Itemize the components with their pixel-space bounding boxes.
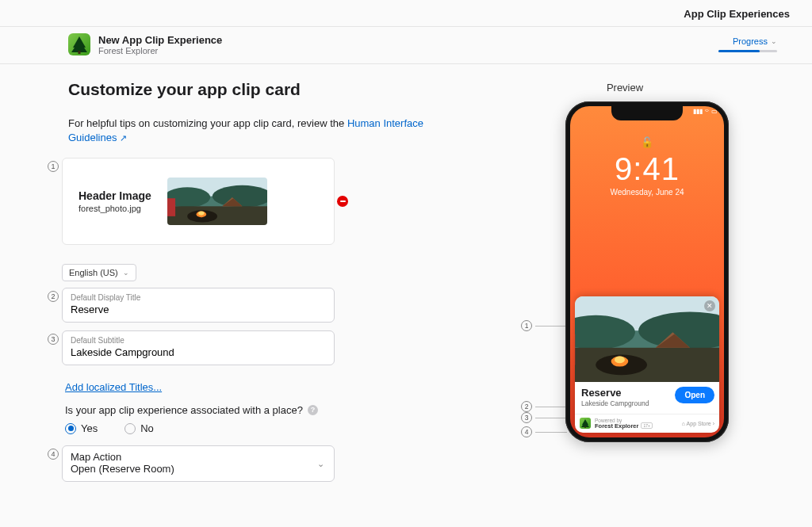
place-question: Is your app clip experience associated w… (65, 404, 436, 416)
status-icons: ▮▮▮ ⌔ ▭ (693, 108, 718, 115)
clip-card-image: ✕ (575, 296, 719, 382)
powered-by: Powered by Forest Explorer17+ (595, 418, 653, 430)
add-localized-titles-link[interactable]: Add localized Titles... (65, 381, 162, 393)
help-icon[interactable]: ? (308, 405, 318, 415)
phone-notch (611, 106, 683, 120)
step-marker-3: 3 (48, 334, 59, 345)
section-breadcrumb: App Clip Experiences (0, 0, 812, 27)
app-store-link: ⌂ App Store › (682, 421, 714, 426)
preview-label: Preview (607, 82, 643, 94)
progress-toggle[interactable]: Progress ⌄ (733, 36, 777, 46)
chevron-down-icon: ⌄ (771, 37, 777, 45)
wifi-icon: ⌔ (705, 108, 709, 115)
open-button: Open (675, 387, 714, 403)
external-link-icon: ↗ (120, 133, 127, 143)
lock-time: 9:41 (570, 153, 724, 185)
progress-bar (718, 50, 777, 52)
lock-date: Wednesday, June 24 (570, 188, 724, 197)
display-title-field[interactable]: Default Display Title Reserve (62, 288, 335, 323)
step-marker-4: 4 (48, 449, 59, 460)
remove-image-button[interactable] (337, 196, 348, 207)
step-marker-1: 1 (48, 161, 59, 172)
intro-text: For helpful tips on customizing your app… (68, 116, 436, 145)
language-selector[interactable]: English (US) ⌄ (62, 264, 136, 281)
chevron-down-icon: ⌄ (123, 269, 129, 277)
header-image-thumbnail[interactable] (167, 178, 267, 225)
map-action-select[interactable]: Map Action Open (Reserve Room) ⌄ (62, 445, 335, 482)
app-icon (68, 33, 90, 55)
app-clip-card-preview: ✕ Reserve Lakeside Campground Open (575, 296, 719, 433)
chevron-down-icon: ⌄ (317, 459, 324, 469)
close-icon: ✕ (704, 300, 715, 311)
header-title: New App Clip Experience (98, 34, 222, 46)
radio-yes[interactable]: Yes (65, 422, 98, 434)
header-image-label: Header Image (79, 189, 151, 202)
radio-no[interactable]: No (124, 422, 154, 434)
header-image-filename: forest_photo.jpg (79, 204, 151, 213)
header-subtitle: Forest Explorer (98, 46, 222, 55)
mini-app-icon (580, 418, 591, 429)
page-title: Customize your app clip card (68, 80, 436, 99)
lock-icon: 🔓 (570, 136, 724, 148)
phone-preview: ▮▮▮ ⌔ ▭ 🔓 9:41 Wednesday, June 24 ✕ (565, 101, 729, 442)
battery-icon: ▭ (711, 108, 718, 115)
step-marker-2: 2 (48, 291, 59, 302)
signal-icon: ▮▮▮ (693, 108, 703, 115)
page-header: New App Clip Experience Forest Explorer … (0, 27, 812, 64)
subtitle-field[interactable]: Default Subtitle Lakeside Campground (62, 330, 335, 365)
